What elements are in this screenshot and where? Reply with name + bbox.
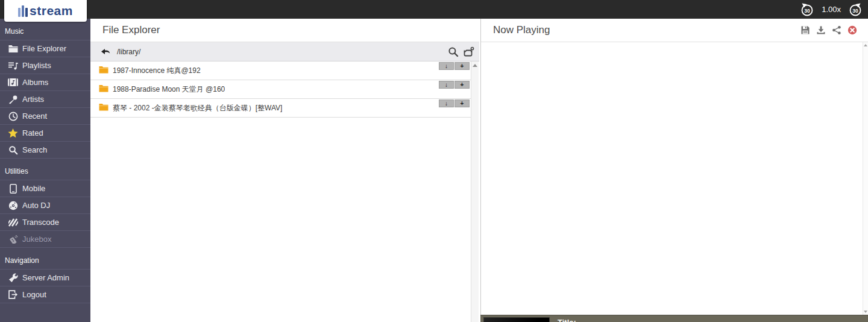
search-icon	[8, 145, 18, 155]
sidebar-item-logout[interactable]: Logout	[0, 286, 90, 303]
sidebar-item-label: Server Admin	[22, 273, 69, 282]
app-logo[interactable]: stream	[4, 0, 87, 22]
file-explorer-header: File Explorer	[90, 19, 479, 42]
sidebar-item-file-explorer[interactable]: File Explorer	[0, 40, 90, 57]
back-arrow-icon[interactable]	[99, 46, 112, 58]
scroll-up-arrow-icon[interactable]	[864, 44, 867, 46]
sidebar-item-server-admin[interactable]: Server Admin	[0, 270, 90, 286]
star-icon	[8, 128, 18, 138]
folder-icon	[8, 43, 18, 54]
add-folder-button[interactable]: +	[454, 99, 470, 107]
sidebar-item-label: Playlists	[22, 61, 51, 70]
remote-icon	[8, 234, 18, 244]
download-folder-button[interactable]: ↓	[439, 81, 454, 89]
download-folder-button[interactable]: ↓	[439, 99, 454, 107]
skip-forward-30-label: 30	[852, 7, 858, 13]
folder-icon	[99, 65, 108, 76]
download-folder-button[interactable]: ↓	[439, 62, 454, 70]
file-row[interactable]: 1987-Innocence 纯真@192 ↓ +	[90, 62, 471, 80]
sidebar-item-label: File Explorer	[22, 44, 66, 53]
search-files-button[interactable]	[447, 46, 459, 58]
clock-icon	[8, 111, 18, 121]
sidebar-item-jukebox[interactable]: Jukebox	[0, 231, 90, 248]
now-playing-footer: Title:	[480, 315, 868, 322]
sidebar-section-navigation: Navigation	[0, 248, 90, 270]
sidebar-item-label: Auto DJ	[22, 201, 50, 210]
sidebar-item-recent[interactable]: Recent	[0, 108, 90, 125]
skip-back-30-button[interactable]: 30	[799, 2, 815, 17]
download-playlist-button[interactable]	[816, 25, 826, 36]
top-bar: 30 1.00x 30	[0, 0, 868, 19]
sidebar-item-auto-dj[interactable]: Auto DJ	[0, 197, 90, 214]
scroll-down-arrow-icon[interactable]	[864, 311, 867, 313]
sidebar-item-label: Jukebox	[22, 235, 51, 244]
file-list-scrollbar[interactable]	[471, 62, 479, 322]
file-row[interactable]: 蔡琴 - 2002 -金装蔡琴老歌经典（台版金碟）[整WAV] ↓ +	[90, 99, 471, 118]
row-actions: ↓ +	[439, 81, 470, 89]
wrench-icon	[8, 273, 18, 283]
app-logo-text: stream	[30, 4, 73, 18]
sidebar-item-label: Albums	[22, 78, 48, 87]
sidebar-item-rated[interactable]: Rated	[0, 125, 90, 142]
sidebar-section-utilities: Utilities	[0, 159, 90, 180]
equalizer-bars-icon	[18, 5, 28, 17]
sidebar-item-artists[interactable]: Artists	[0, 91, 90, 108]
file-explorer-title: File Explorer	[90, 24, 160, 36]
sidebar-item-mobile[interactable]: Mobile	[0, 180, 90, 197]
sidebar-item-label: Logout	[22, 290, 46, 299]
sidebar-item-label: Artists	[22, 95, 44, 104]
folder-icon	[99, 103, 108, 113]
scroll-up-arrow-icon[interactable]	[473, 64, 477, 67]
share-playlist-button[interactable]	[831, 25, 841, 36]
clear-playlist-button[interactable]	[847, 25, 857, 36]
row-actions: ↓ +	[439, 99, 470, 107]
current-path: /library/	[117, 48, 444, 56]
sidebar-item-label: Search	[22, 145, 47, 154]
file-explorer-panel: File Explorer /library/ 1987-Innocence 纯…	[90, 19, 479, 322]
sidebar-item-albums[interactable]: Albums	[0, 74, 90, 91]
toggle-view-button[interactable]	[462, 46, 474, 58]
sidebar-item-label: Transcode	[22, 218, 59, 227]
file-list: 1987-Innocence 纯真@192 ↓ + 1988-Paradise …	[90, 62, 471, 118]
playback-speed-controls: 30 1.00x 30	[799, 0, 863, 19]
playlist-icon	[8, 60, 18, 71]
sidebar-item-label: Rated	[22, 128, 43, 137]
row-actions: ↓ +	[439, 62, 470, 70]
sidebar: Music File Explorer Playlists Albums Art…	[0, 19, 90, 322]
sidebar-item-search[interactable]: Search	[0, 142, 90, 159]
smartphone-icon	[8, 183, 18, 194]
breadcrumb-bar: /library/	[90, 42, 479, 62]
disc-icon	[8, 200, 18, 210]
playback-speed-value[interactable]: 1.00x	[822, 5, 841, 14]
now-playing-panel: Now Playing	[480, 19, 868, 322]
sidebar-section-music: Music	[0, 19, 90, 40]
now-playing-title: Now Playing	[481, 24, 550, 36]
add-folder-button[interactable]: +	[454, 62, 470, 70]
skip-forward-30-button[interactable]: 30	[848, 2, 863, 17]
add-folder-button[interactable]: +	[454, 81, 470, 89]
now-playing-toolbar	[800, 25, 868, 36]
track-title-label: Title:	[558, 318, 576, 322]
album-icon	[8, 77, 18, 87]
sidebar-item-label: Recent	[22, 112, 47, 121]
file-row[interactable]: 1988-Paradise Moon 天堂月 @160 ↓ +	[90, 80, 471, 99]
now-playing-scrollbar[interactable]	[863, 42, 868, 315]
logout-icon	[8, 289, 18, 300]
transcode-icon	[8, 217, 18, 227]
now-playing-header: Now Playing	[481, 19, 868, 42]
microphone-icon	[8, 94, 18, 104]
sidebar-item-label: Mobile	[22, 184, 45, 193]
folder-name: 1987-Innocence 纯真@192	[113, 66, 201, 76]
album-art-thumbnail	[483, 317, 550, 322]
save-playlist-button[interactable]	[800, 25, 810, 36]
sidebar-item-playlists[interactable]: Playlists	[0, 57, 90, 74]
skip-back-30-label: 30	[804, 7, 810, 13]
folder-icon	[99, 84, 108, 95]
folder-name: 1988-Paradise Moon 天堂月 @160	[113, 84, 225, 95]
sidebar-item-transcode[interactable]: Transcode	[0, 214, 90, 231]
folder-name: 蔡琴 - 2002 -金装蔡琴老歌经典（台版金碟）[整WAV]	[113, 103, 282, 113]
